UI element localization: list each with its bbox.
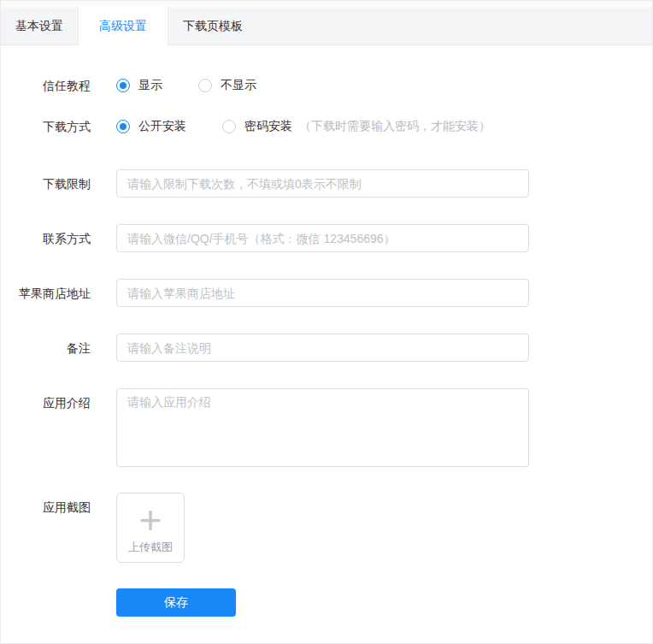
- trust-tutorial-options: 显示 不显示: [116, 78, 529, 93]
- upload-screenshot-text: 上传截图: [128, 540, 173, 555]
- trust-tutorial-row: 信任教程 显示 不显示: [1, 77, 652, 94]
- download-limit-label: 下载限制: [1, 175, 91, 192]
- apple-store-label: 苹果商店地址: [1, 285, 91, 302]
- app-screenshot-row: 应用截图 + 上传截图: [1, 493, 652, 563]
- remark-input[interactable]: [116, 334, 529, 362]
- trust-tutorial-label: 信任教程: [1, 77, 91, 94]
- settings-panel: 基本设置 高级设置 下载页模板 信任教程 显示 不显示 下载方式: [0, 0, 653, 644]
- download-method-row: 下载方式 公开安装 密码安装 （下载时需要输入密码，才能安装）: [1, 118, 652, 135]
- radio-password-install-label: 密码安装: [244, 119, 292, 134]
- download-limit-row: 下载限制: [1, 169, 652, 198]
- download-limit-input[interactable]: [116, 169, 529, 198]
- app-screenshot-label: 应用截图: [1, 493, 91, 516]
- apple-store-row: 苹果商店地址: [1, 279, 652, 307]
- password-install-hint: （下载时需要输入密码，才能安装）: [299, 119, 491, 134]
- contact-label: 联系方式: [1, 230, 91, 247]
- app-intro-textarea[interactable]: [116, 388, 529, 467]
- radio-show-label: 显示: [138, 78, 162, 93]
- tab-basic-settings[interactable]: 基本设置: [1, 7, 78, 44]
- apple-store-input[interactable]: [116, 279, 529, 307]
- app-intro-row: 应用介绍: [1, 388, 652, 467]
- remark-row: 备注: [1, 334, 652, 362]
- radio-selected-icon[interactable]: [116, 120, 130, 133]
- download-method-options: 公开安装 密码安装 （下载时需要输入密码，才能安装）: [116, 119, 529, 134]
- app-intro-label: 应用介绍: [1, 388, 91, 411]
- tab-advanced-settings[interactable]: 高级设置: [78, 7, 168, 45]
- contact-row: 联系方式: [1, 224, 652, 252]
- radio-show[interactable]: 显示: [116, 78, 162, 93]
- radio-password-install[interactable]: 密码安装 （下载时需要输入密码，才能安装）: [222, 119, 491, 134]
- tab-download-page-template[interactable]: 下载页模板: [168, 7, 257, 44]
- radio-hide[interactable]: 不显示: [198, 78, 256, 93]
- radio-public-install-label: 公开安装: [138, 119, 186, 134]
- download-method-label: 下载方式: [1, 118, 91, 135]
- contact-input[interactable]: [116, 224, 529, 252]
- radio-public-install[interactable]: 公开安装: [116, 119, 186, 134]
- radio-unselected-icon[interactable]: [198, 79, 212, 92]
- save-button[interactable]: 保存: [116, 588, 236, 617]
- save-row: 保存: [1, 588, 652, 617]
- radio-unselected-icon[interactable]: [222, 120, 236, 133]
- remark-label: 备注: [1, 340, 91, 357]
- plus-icon: +: [139, 501, 162, 539]
- radio-selected-icon[interactable]: [116, 79, 130, 92]
- upload-screenshot-button[interactable]: + 上传截图: [116, 493, 185, 563]
- radio-hide-label: 不显示: [221, 78, 256, 93]
- tab-bar: 基本设置 高级设置 下载页模板: [1, 1, 652, 45]
- advanced-settings-form: 信任教程 显示 不显示 下载方式 公开安装: [1, 45, 652, 617]
